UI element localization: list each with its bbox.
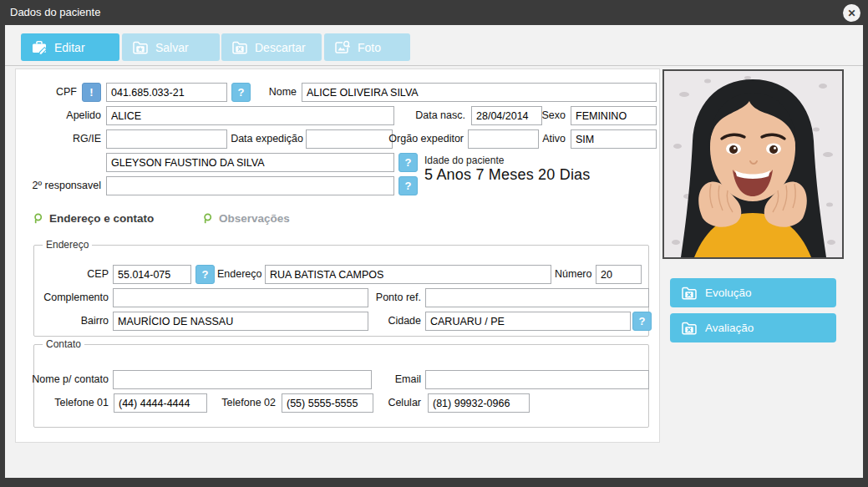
issue-date-label: Data expedição [226,129,303,149]
district-label: Bairro [50,312,109,331]
edit-button[interactable]: Editar [21,33,119,61]
nickname-input[interactable] [106,106,394,125]
discard-button[interactable]: Descartar [221,33,322,61]
evaluation-button-label: Avaliação [705,322,754,334]
pin-icon [203,213,212,225]
reference-label: Ponto ref. [368,288,421,307]
city-label: Cidade [368,312,421,331]
tab-observacoes[interactable]: Observações [203,212,290,225]
question-icon: ? [238,86,245,99]
save-button[interactable]: Salvar [122,33,220,61]
window-title: Dados do paciente [10,6,100,18]
number-label: Número [555,265,591,284]
mobile-label: Celular [368,393,421,413]
photo-magnifier-icon [334,40,351,54]
contact-legend: Contato [43,338,84,350]
active-label: Ativo [535,129,566,149]
birthdate-input[interactable] [471,106,542,125]
photo-button[interactable]: Foto [324,33,410,61]
cpf-label: CPF [17,83,77,102]
complement-input[interactable] [113,288,368,307]
evaluation-button[interactable]: Avaliação [670,313,836,342]
guardian2-help-button[interactable]: ? [398,176,418,195]
issuer-input[interactable] [468,129,539,149]
tab-observacoes-label: Observações [219,212,290,225]
tab-endereco-label: Endereço e contato [49,212,154,225]
question-icon: ? [639,315,646,327]
mobile-input[interactable] [428,393,530,413]
nickname-label: Apelido [17,106,101,125]
guardian-input[interactable] [106,153,394,172]
cep-help-button[interactable]: ? [195,265,215,284]
phone1-input[interactable] [114,393,207,413]
evolution-button[interactable]: Evolução [670,278,836,307]
district-input[interactable] [113,312,368,331]
active-input[interactable] [571,129,657,149]
address-legend: Endereço [43,239,92,251]
name-input[interactable] [302,83,657,102]
city-input[interactable] [425,312,631,331]
name-label: Nome [255,83,297,102]
issue-date-input[interactable] [306,129,393,149]
toolbar-divider [5,65,863,66]
guardian2-input[interactable] [106,176,394,195]
guardian2-label: 2º responsavel [13,176,101,195]
phone2-input[interactable] [282,393,373,413]
exclamation-icon: ! [89,86,93,99]
discard-button-label: Descartar [255,41,306,54]
pin-icon [33,213,43,225]
sex-label: Sexo [535,106,566,125]
email-label: Email [368,370,421,389]
patient-photo [662,69,844,259]
complement-label: Complemento [23,288,109,307]
patient-data-window: Dados do paciente ✕ Editar Salvar [0,0,868,487]
edit-button-label: Editar [54,41,85,54]
question-icon: ? [405,180,412,192]
photo-button-label: Foto [358,41,381,54]
guardian-help-button[interactable]: ? [398,153,418,172]
question-icon: ? [405,156,412,169]
cep-input[interactable] [113,265,191,284]
close-button[interactable]: ✕ [843,4,860,22]
patient-age-label: Idade do paciente [424,155,504,166]
patient-age-value: 5 Anos 7 Meses 20 Dias [424,166,591,184]
cpf-help-button[interactable]: ? [231,83,251,102]
street-label: Endereço [217,265,261,284]
birthdate-label: Data nasc. [393,106,465,125]
folder-x-icon [681,287,698,300]
folder-star-icon [132,41,149,54]
title-bar: Dados do paciente ✕ [0,0,868,25]
question-icon: ? [202,268,209,281]
reference-input[interactable] [425,288,649,307]
contact-name-label: Nome p/ contato [23,370,109,389]
sex-input[interactable] [571,106,657,125]
rg-label: RG/IE [17,129,101,149]
briefcase-pencil-icon [31,40,48,55]
street-input[interactable] [265,265,551,284]
folder-x-icon [681,322,698,335]
folder-x-icon [231,41,248,54]
issuer-label: Orgão expeditor [388,129,464,149]
email-input[interactable] [425,370,649,389]
cpf-alert-button[interactable]: ! [82,83,101,102]
evolution-button-label: Evolução [705,287,752,299]
tab-endereco-contato[interactable]: Endereço e contato [33,212,154,225]
contact-name-input[interactable] [113,370,372,389]
city-help-button[interactable]: ? [632,312,652,331]
close-icon: ✕ [847,8,855,18]
phone2-label: Telefone 02 [213,393,276,413]
rg-input[interactable] [106,129,227,149]
number-input[interactable] [596,265,642,284]
phone1-label: Telefone 01 [23,393,109,413]
cep-label: CEP [50,265,109,284]
save-button-label: Salvar [155,41,189,54]
cpf-input[interactable] [106,83,227,102]
